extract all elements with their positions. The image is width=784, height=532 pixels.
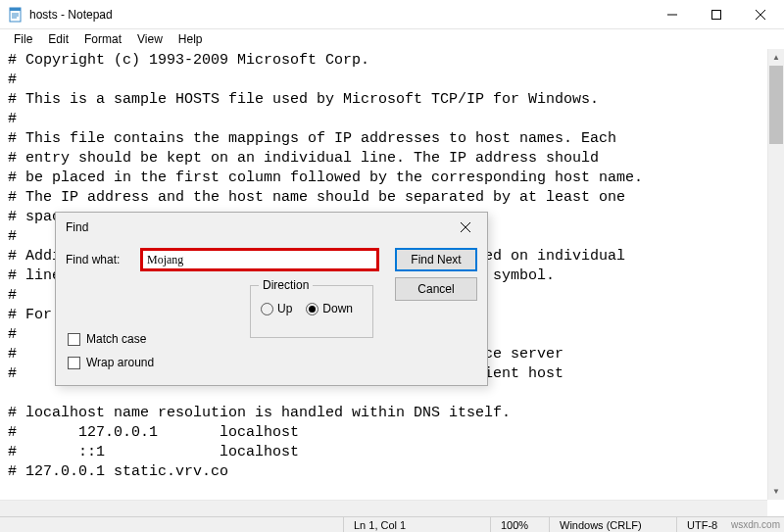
close-button[interactable] [738, 0, 782, 28]
cancel-button[interactable]: Cancel [395, 277, 477, 301]
svg-rect-1 [10, 8, 21, 11]
find-dialog: Find Find what: Find Next Cancel Directi… [55, 212, 488, 386]
watermark: wsxdn.com [731, 519, 780, 530]
find-next-button[interactable]: Find Next [395, 248, 477, 271]
radio-icon [261, 303, 273, 315]
horizontal-scrollbar[interactable] [0, 500, 767, 516]
scroll-thumb[interactable] [769, 66, 783, 144]
direction-label: Direction [259, 278, 313, 292]
notepad-icon [8, 7, 24, 23]
status-position: Ln 1, Col 1 [343, 517, 490, 532]
match-case-checkbox[interactable]: Match case [68, 332, 154, 346]
minimize-button[interactable] [650, 0, 694, 28]
match-case-label: Match case [86, 332, 146, 346]
window-title: hosts - Notepad [29, 8, 650, 22]
direction-up-radio[interactable]: Up [261, 302, 292, 315]
checkbox-icon [68, 333, 80, 346]
maximize-button[interactable] [694, 0, 738, 28]
wrap-around-checkbox[interactable]: Wrap around [68, 356, 154, 369]
scroll-down-arrow[interactable]: ▼ [768, 483, 784, 500]
direction-group: Direction Up Down [250, 285, 373, 338]
down-label: Down [322, 302, 353, 315]
menu-format[interactable]: Format [76, 30, 129, 48]
menu-edit[interactable]: Edit [40, 30, 76, 48]
vertical-scrollbar[interactable]: ▲ ▼ [767, 49, 784, 500]
status-line-ending: Windows (CRLF) [549, 517, 676, 532]
svg-rect-6 [711, 10, 720, 19]
find-close-button[interactable] [450, 214, 481, 241]
direction-down-radio[interactable]: Down [306, 302, 353, 315]
menu-help[interactable]: Help [171, 30, 211, 48]
up-label: Up [277, 302, 292, 315]
find-what-input[interactable] [140, 248, 379, 271]
radio-icon [306, 303, 318, 315]
find-titlebar: Find [56, 213, 487, 242]
find-what-label: Find what: [66, 253, 140, 266]
statusbar: Ln 1, Col 1 100% Windows (CRLF) UTF-8 [0, 516, 784, 532]
menubar: File Edit Format View Help [0, 29, 784, 49]
scroll-up-arrow[interactable]: ▲ [768, 49, 784, 66]
status-zoom: 100% [490, 517, 549, 532]
menu-view[interactable]: View [129, 30, 171, 48]
find-title-text: Find [66, 220, 450, 234]
titlebar: hosts - Notepad [0, 0, 784, 29]
wrap-around-label: Wrap around [86, 356, 154, 369]
checkbox-icon [68, 357, 80, 369]
menu-file[interactable]: File [6, 30, 40, 48]
